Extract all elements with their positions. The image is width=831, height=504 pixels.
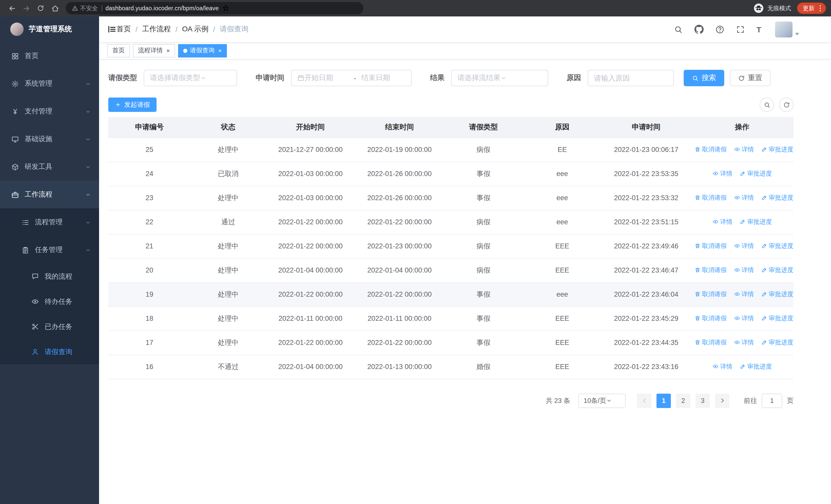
cancel-link[interactable]: 取消请假 [694, 314, 726, 323]
progress-link[interactable]: 审批进度 [740, 362, 772, 371]
sidebar-item-6[interactable]: 流程管理 [0, 208, 99, 236]
edit-icon [740, 171, 746, 177]
detail-link[interactable]: 详情 [734, 338, 754, 347]
progress-link[interactable]: 审批进度 [740, 169, 772, 178]
cell-start: 2022-01-11 00:00:00 [266, 306, 355, 330]
cancel-link[interactable]: 取消请假 [694, 145, 726, 154]
page-button-2[interactable]: 2 [676, 393, 690, 408]
progress-link[interactable]: 审批进度 [761, 314, 793, 323]
toggle-search-button[interactable] [760, 97, 774, 112]
close-icon[interactable]: × [166, 48, 170, 54]
sidebar-item-9[interactable]: 待办任务 [0, 289, 99, 314]
sidebar-item-label: 已办任务 [45, 322, 73, 331]
search-icon[interactable] [674, 25, 683, 34]
sidebar-toggle-button[interactable] [107, 25, 116, 34]
sidebar-item-10[interactable]: 已办任务 [0, 314, 99, 339]
font-size-icon[interactable]: T [756, 25, 761, 33]
sidebar-item-11[interactable]: 请假查询 [0, 339, 99, 364]
logo[interactable]: 芋道管理系统 [0, 17, 99, 42]
table-row: 16不通过2022-01-04 00:00:002022-01-13 00:00… [108, 355, 794, 379]
result-select[interactable]: 请选择流结果 [451, 70, 548, 86]
tab-2[interactable]: 请假查询× [178, 44, 227, 57]
prev-page-button[interactable] [637, 393, 651, 408]
sidebar-item-7[interactable]: 任务管理 [0, 236, 99, 264]
breadcrumb-item[interactable]: 首页 [116, 25, 131, 34]
progress-link[interactable]: 审批进度 [761, 290, 793, 299]
detail-link[interactable]: 详情 [734, 266, 754, 274]
sidebar-item-label: 流程管理 [35, 217, 63, 227]
address-bar[interactable]: 不安全 dashboard.yudao.iocoder.cn/bpm/oa/le… [66, 2, 364, 14]
fullscreen-icon[interactable] [736, 25, 745, 34]
browser-reload-button[interactable] [34, 2, 47, 15]
page-button-3[interactable]: 3 [695, 393, 710, 408]
help-icon[interactable] [716, 25, 724, 34]
close-icon[interactable]: × [218, 48, 222, 54]
progress-link[interactable]: 审批进度 [761, 266, 793, 274]
reset-button[interactable]: 重置 [730, 70, 770, 86]
detail-link[interactable]: 详情 [734, 145, 754, 154]
cancel-link[interactable]: 取消请假 [694, 338, 726, 347]
sidebar-item-1[interactable]: 系统管理 [0, 70, 99, 97]
chevron-down-icon [85, 81, 91, 87]
sidebar-item-5[interactable]: 工作流程 [0, 181, 99, 208]
browser-back-button[interactable] [5, 2, 19, 15]
sidebar-item-4[interactable]: 研发工具 [0, 153, 99, 181]
progress-link[interactable]: 审批进度 [761, 145, 793, 154]
detail-link[interactable]: 详情 [734, 314, 754, 323]
search-button[interactable]: 搜索 [684, 70, 724, 86]
progress-link[interactable]: 审批进度 [761, 194, 793, 202]
browser-update-button[interactable]: 更新 [797, 3, 826, 14]
cell-type: 病假 [444, 210, 523, 234]
detail-link[interactable]: 详情 [712, 217, 733, 226]
tab-1[interactable]: 流程详情× [133, 44, 175, 57]
date-range-separator: - [354, 74, 356, 82]
result-label: 结果 [430, 73, 445, 83]
delete-icon [694, 267, 700, 273]
goto-page-input[interactable] [762, 393, 782, 408]
cancel-link[interactable]: 取消请假 [694, 242, 726, 250]
sidebar-item-2[interactable]: 支付管理 [0, 97, 99, 125]
page-button-1[interactable]: 1 [657, 393, 671, 408]
breadcrumb-item[interactable]: 工作流程 [142, 25, 171, 34]
menu-dots-icon[interactable] [816, 4, 824, 12]
reason-input[interactable] [588, 70, 674, 86]
tab-0[interactable]: 首页 [107, 44, 130, 57]
sidebar-item-0[interactable]: 首页 [0, 42, 99, 70]
user-menu[interactable] [775, 21, 799, 37]
progress-link[interactable]: 审批进度 [761, 242, 793, 250]
browser-forward-button[interactable] [20, 2, 33, 15]
progress-link[interactable]: 审批进度 [740, 217, 772, 226]
progress-link-label: 审批进度 [747, 217, 772, 226]
incognito-label: 无痕模式 [767, 4, 791, 12]
bookmark-star-icon[interactable] [222, 5, 229, 12]
cell-type: 病假 [444, 138, 523, 162]
browser-home-button[interactable] [48, 2, 62, 15]
column-header-6: 申请时间 [602, 117, 691, 138]
cancel-link-label: 取消请假 [702, 338, 726, 347]
progress-link[interactable]: 审批进度 [761, 338, 793, 347]
detail-link[interactable]: 详情 [734, 242, 754, 250]
github-icon[interactable] [694, 25, 704, 34]
cancel-link[interactable]: 取消请假 [694, 194, 726, 202]
leave-type-select[interactable]: 请选择请假类型 [144, 70, 237, 86]
refresh-table-button[interactable] [779, 97, 794, 112]
cancel-link[interactable]: 取消请假 [694, 290, 726, 299]
sidebar-item-3[interactable]: 基础设施 [0, 125, 99, 153]
next-page-button[interactable] [715, 393, 729, 408]
avatar[interactable] [775, 21, 793, 37]
detail-link[interactable]: 详情 [734, 290, 754, 299]
edit-icon [761, 291, 767, 297]
date-range-picker[interactable]: 开始日期 - 结束日期 [291, 70, 412, 86]
detail-link[interactable]: 详情 [734, 194, 754, 202]
sidebar-item-8[interactable]: 我的流程 [0, 264, 99, 289]
detail-link[interactable]: 详情 [712, 169, 733, 178]
column-header-3: 结束时间 [355, 117, 444, 138]
progress-link-label: 审批进度 [769, 314, 793, 323]
create-leave-button[interactable]: 发起请假 [108, 97, 156, 112]
progress-link-label: 审批进度 [769, 290, 793, 299]
breadcrumb-item[interactable]: OA 示例 [182, 25, 209, 34]
cancel-link[interactable]: 取消请假 [694, 266, 726, 274]
detail-link[interactable]: 详情 [712, 362, 733, 371]
security-warning[interactable]: 不安全 [72, 4, 98, 12]
page-size-select[interactable]: 10条/页 [578, 393, 626, 408]
